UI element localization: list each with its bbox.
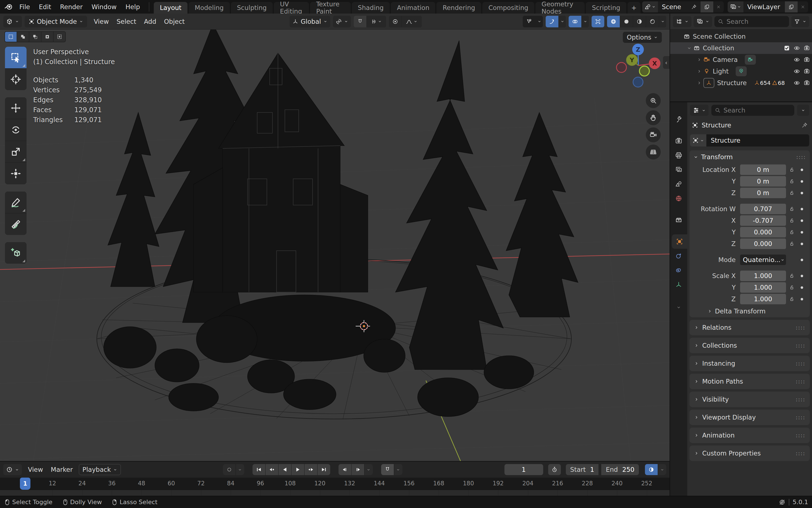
proportional-edit-toggle[interactable] xyxy=(389,16,402,27)
eye-icon[interactable] xyxy=(794,45,800,51)
drag-dots-icon[interactable]: :::: xyxy=(796,324,805,331)
play-reverse-button[interactable] xyxy=(279,464,291,475)
timeline-menu-view[interactable]: View xyxy=(24,464,47,475)
rotation-mode-dropdown[interactable]: Quaternio... xyxy=(740,255,786,265)
scene-browse-button[interactable] xyxy=(642,1,658,12)
properties-tab-tool[interactable] xyxy=(670,112,687,127)
properties-tab-constraints[interactable] xyxy=(670,249,687,263)
animate-dot[interactable] xyxy=(798,259,806,261)
show-object-types-chevron[interactable] xyxy=(536,16,543,27)
viewlayer-name[interactable]: ViewLayer xyxy=(743,3,785,10)
jump-end-button[interactable] xyxy=(318,464,330,475)
timeline-editor-type-button[interactable] xyxy=(3,464,22,475)
animate-dot[interactable] xyxy=(798,231,806,234)
auto-keying-toggle[interactable] xyxy=(223,464,236,475)
workspace-tab-geometry-nodes[interactable]: Geometry Nodes xyxy=(535,2,585,13)
light-data-icon[interactable] xyxy=(736,66,747,76)
lock-open-icon[interactable] xyxy=(786,167,798,172)
editor-type-button[interactable] xyxy=(3,16,22,27)
lock-open-icon[interactable] xyxy=(786,241,798,247)
chevron-right-icon[interactable] xyxy=(695,80,703,85)
menu-help[interactable]: Help xyxy=(121,0,145,13)
workspace-tab-animation[interactable]: Animation xyxy=(391,2,435,13)
panel-collections[interactable]: Collections:::: xyxy=(689,338,810,353)
panel-motion-paths[interactable]: Motion Paths:::: xyxy=(689,374,810,389)
animate-dot[interactable] xyxy=(798,169,806,171)
menu-file[interactable]: File xyxy=(15,0,35,13)
animate-dot[interactable] xyxy=(798,275,806,277)
outliner-row-camera[interactable]: Camera xyxy=(670,54,812,66)
transform-value-field[interactable]: 1.000 xyxy=(740,270,786,281)
animate-dot[interactable] xyxy=(798,192,806,194)
chevron-right-icon[interactable] xyxy=(695,69,703,74)
tool-annotate[interactable] xyxy=(5,192,27,213)
outliner-search-input[interactable]: Search xyxy=(715,16,789,27)
blender-logo-icon[interactable] xyxy=(4,2,13,12)
tool-transform[interactable] xyxy=(5,163,27,184)
animate-dot[interactable] xyxy=(798,286,806,289)
snap-target-dropdown[interactable] xyxy=(367,16,386,27)
render-visibility-icon[interactable] xyxy=(804,80,810,86)
gizmo-neg-z[interactable] xyxy=(633,77,643,87)
scene-name[interactable]: Scene xyxy=(658,3,700,10)
viewport-menu-select[interactable]: Select xyxy=(113,16,140,27)
panel-animation[interactable]: Animation:::: xyxy=(689,428,810,443)
workspace-tab-sculpting[interactable]: Sculpting xyxy=(231,2,273,13)
render-visibility-icon[interactable] xyxy=(804,45,810,51)
outliner-editor-type-button[interactable] xyxy=(673,16,691,27)
frame-end-field[interactable]: End250 xyxy=(601,464,639,475)
properties-search-input[interactable]: Search xyxy=(711,105,794,116)
tool-scale[interactable] xyxy=(5,141,27,163)
auto-keying-chevron[interactable] xyxy=(236,464,244,475)
transform-value-field[interactable]: -0.707 xyxy=(740,215,786,226)
pivot-dropdown[interactable] xyxy=(333,16,351,27)
lock-open-icon[interactable] xyxy=(786,218,798,223)
workspace-tab-shading[interactable]: Shading xyxy=(352,2,390,13)
timeline-snap-chevron[interactable] xyxy=(394,464,402,475)
play-button[interactable] xyxy=(291,464,304,475)
transform-value-field[interactable]: 0.707 xyxy=(740,204,786,214)
viewport-menu-view[interactable]: View xyxy=(90,16,113,27)
tool-cursor-3d[interactable] xyxy=(5,69,27,90)
eye-icon[interactable] xyxy=(794,68,800,74)
shading-solid-button[interactable] xyxy=(620,16,633,27)
playhead[interactable]: 1 xyxy=(20,478,31,490)
properties-tab-view-layer[interactable] xyxy=(670,163,687,177)
drag-dots-icon[interactable]: :::: xyxy=(796,342,805,349)
workspace-tab-compositing[interactable]: Compositing xyxy=(482,2,534,13)
drag-dots-icon[interactable]: :::: xyxy=(796,414,805,421)
transform-value-field[interactable]: 1.000 xyxy=(740,294,786,304)
tool-add-cube[interactable] xyxy=(5,242,27,264)
viewlayer-new-button[interactable] xyxy=(785,1,798,12)
timeline-snap-toggle[interactable] xyxy=(381,464,394,475)
tabstrip-overflow-chevron[interactable] xyxy=(670,300,687,314)
lock-open-icon[interactable] xyxy=(786,206,798,212)
chevron-right-icon[interactable] xyxy=(695,57,703,62)
playback-menu[interactable]: Playback xyxy=(79,464,121,475)
properties-tab-physics[interactable] xyxy=(670,263,687,278)
viewlayer-remove-button[interactable] xyxy=(798,1,808,12)
tool-move[interactable] xyxy=(5,97,27,119)
render-visibility-icon[interactable] xyxy=(804,57,810,63)
prev-frame-button[interactable] xyxy=(338,464,351,475)
shading-wireframe-button[interactable] xyxy=(607,16,620,27)
workspace-tab-modeling[interactable]: Modeling xyxy=(189,2,230,13)
frame-step-chevron[interactable] xyxy=(365,464,373,475)
tool-rotate[interactable] xyxy=(5,119,27,141)
outliner-display-mode-button[interactable] xyxy=(694,16,712,27)
pan-hand-button[interactable] xyxy=(646,110,661,125)
zoom-button[interactable] xyxy=(646,93,661,108)
show-overlays-toggle[interactable] xyxy=(569,16,581,27)
transform-value-field[interactable]: 0 m xyxy=(740,164,786,175)
workspace-tab-rendering[interactable]: Rendering xyxy=(437,2,481,13)
properties-tab-world[interactable] xyxy=(670,191,687,206)
drag-dots-icon[interactable]: :::: xyxy=(796,154,806,160)
scene-new-button[interactable] xyxy=(700,1,713,12)
drag-dots-icon[interactable]: :::: xyxy=(796,450,805,457)
properties-tab-object[interactable] xyxy=(672,235,687,249)
panel-viewport-display[interactable]: Viewport Display:::: xyxy=(689,410,810,425)
xray-toggle[interactable] xyxy=(592,16,604,27)
panel-custom-properties[interactable]: Custom Properties:::: xyxy=(689,446,810,461)
gizmo-neg-x[interactable] xyxy=(616,62,626,73)
animate-dot[interactable] xyxy=(798,243,806,245)
